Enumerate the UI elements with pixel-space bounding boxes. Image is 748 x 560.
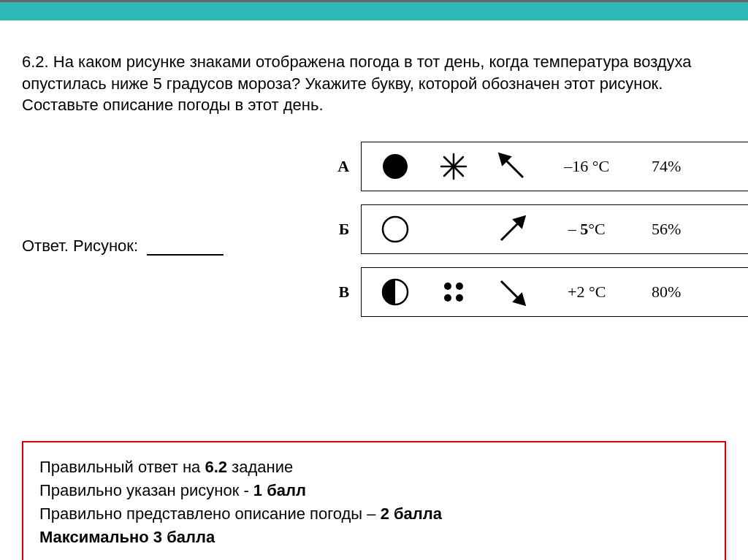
answer-label: Ответ. Рисунок:: [22, 237, 138, 255]
arrow-nw-icon: [492, 150, 533, 183]
humid-a: 74%: [641, 157, 692, 176]
svg-point-14: [456, 294, 463, 302]
option-row-v: В: [333, 267, 748, 317]
cl1a: Правильный ответ на: [39, 458, 205, 476]
svg-point-0: [383, 154, 408, 179]
correct-line1: Правильный ответ на 6.2 задание: [39, 456, 709, 479]
temp-b: – 5°C: [550, 220, 623, 239]
main-row: Ответ. Рисунок: А: [22, 142, 726, 317]
temp-b-prefix: –: [568, 220, 581, 238]
options-area: А: [333, 142, 748, 317]
option-label-b: Б: [333, 220, 349, 239]
cl3b: 2 балла: [381, 505, 442, 523]
question-text: 6.2. На каком рисунке знаками отображена…: [22, 51, 726, 116]
top-bar: [0, 0, 748, 20]
svg-point-7: [383, 217, 408, 242]
temp-b-suffix: °C: [588, 220, 605, 238]
correct-line3: Правильно представлено описание погоды –…: [39, 502, 709, 526]
correct-line4: Максимально 3 балла: [39, 526, 709, 549]
temp-a: –16 °C: [550, 157, 623, 176]
answer-area: Ответ. Рисунок:: [22, 237, 224, 256]
correct-line2: Правильно указан рисунок - 1 балл: [39, 479, 709, 502]
dots-icon: [433, 277, 474, 307]
option-label-v: В: [333, 283, 349, 302]
humid-b: 56%: [641, 220, 692, 239]
arrow-ne-icon: [492, 212, 533, 246]
full-circle-icon: [375, 152, 416, 181]
cl2b: 1 балл: [253, 481, 306, 499]
option-label-a: А: [333, 157, 349, 176]
half-circle-icon: [375, 277, 416, 307]
svg-point-12: [456, 283, 463, 290]
temp-b-bold: 5: [580, 220, 588, 238]
cl1b: 6.2: [205, 458, 227, 476]
option-box-a: –16 °C 74%: [361, 142, 748, 191]
answer-underline: [147, 254, 224, 256]
cl2a: Правильно указан рисунок -: [39, 481, 253, 499]
cl1c: задание: [227, 458, 293, 476]
cl3a: Правильно представлено описание погоды –: [39, 505, 381, 523]
option-row-b: Б – 5°C 56%: [333, 204, 748, 254]
temp-v: +2 °C: [550, 283, 623, 302]
svg-point-13: [444, 294, 451, 302]
content: 6.2. На каком рисунке знаками отображена…: [0, 20, 748, 331]
correct-answer-box: Правильный ответ на 6.2 задание Правильн…: [22, 441, 726, 560]
option-row-a: А: [333, 142, 748, 191]
svg-point-11: [444, 283, 451, 290]
arrow-se-icon: [492, 275, 533, 309]
snow-icon: [433, 152, 474, 181]
option-box-v: +2 °C 80%: [361, 267, 748, 317]
empty-circle-icon: [375, 215, 416, 244]
humid-v: 80%: [641, 283, 692, 302]
option-box-b: – 5°C 56%: [361, 204, 748, 254]
